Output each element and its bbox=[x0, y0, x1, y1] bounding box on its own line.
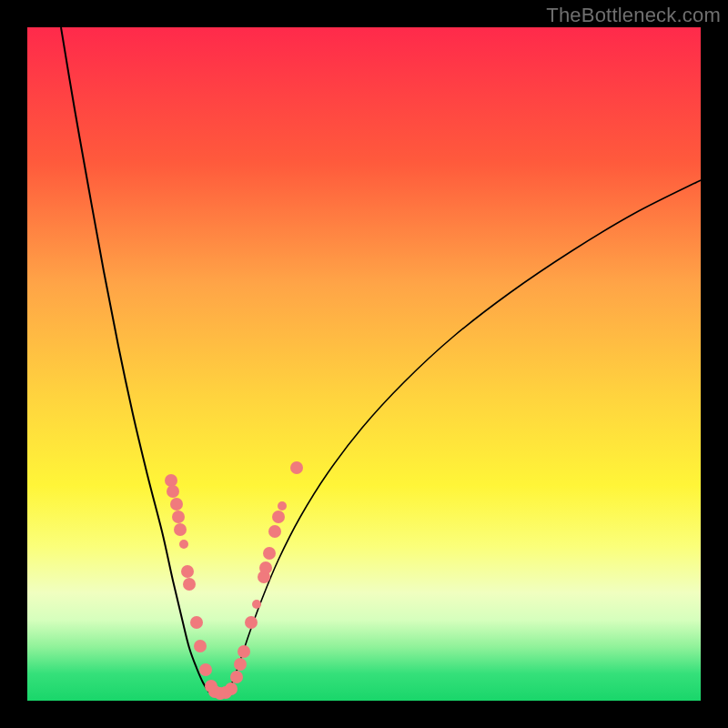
plot-area bbox=[27, 27, 701, 701]
chart-frame: TheBottleneck.com bbox=[0, 0, 728, 728]
data-point bbox=[252, 600, 261, 609]
data-points-group bbox=[165, 461, 303, 700]
data-point bbox=[225, 682, 238, 695]
data-point bbox=[259, 561, 272, 574]
data-point bbox=[278, 501, 287, 511]
data-point bbox=[290, 461, 303, 474]
data-point bbox=[263, 547, 276, 560]
data-point bbox=[234, 658, 247, 671]
data-point bbox=[230, 671, 243, 683]
data-point bbox=[172, 511, 185, 523]
data-point bbox=[272, 511, 285, 523]
data-point bbox=[170, 498, 183, 511]
data-point bbox=[238, 645, 250, 658]
data-point bbox=[245, 616, 258, 629]
data-point bbox=[199, 663, 212, 676]
curve-layer bbox=[27, 27, 701, 701]
data-point bbox=[183, 578, 196, 591]
data-point bbox=[167, 485, 179, 498]
data-point bbox=[190, 616, 203, 629]
data-point bbox=[268, 525, 281, 538]
data-point bbox=[194, 640, 207, 652]
watermark-text: TheBottleneck.com bbox=[546, 4, 721, 27]
curve-right-branch bbox=[228, 180, 701, 693]
data-point bbox=[165, 474, 177, 487]
curve-left-branch bbox=[61, 27, 209, 693]
data-point bbox=[174, 523, 187, 536]
data-point bbox=[181, 565, 194, 578]
data-point bbox=[179, 540, 188, 549]
